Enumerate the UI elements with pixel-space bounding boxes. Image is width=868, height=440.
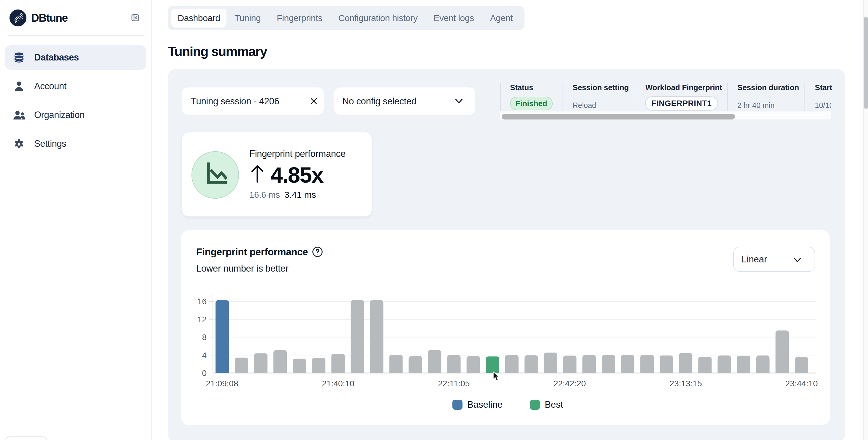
- svg-text:21:09:08: 21:09:08: [206, 379, 238, 388]
- svg-text:16: 16: [197, 297, 207, 306]
- svg-text:21:40:10: 21:40:10: [322, 379, 354, 388]
- svg-text:22:11:05: 22:11:05: [438, 379, 470, 388]
- svg-text:23:13:15: 23:13:15: [670, 379, 702, 388]
- svg-text:4: 4: [202, 351, 207, 360]
- svg-text:22:42:20: 22:42:20: [554, 379, 586, 388]
- svg-text:0: 0: [202, 369, 207, 378]
- svg-text:8: 8: [202, 333, 207, 342]
- svg-text:12: 12: [197, 315, 207, 324]
- svg-text:23:44:10: 23:44:10: [785, 379, 818, 388]
